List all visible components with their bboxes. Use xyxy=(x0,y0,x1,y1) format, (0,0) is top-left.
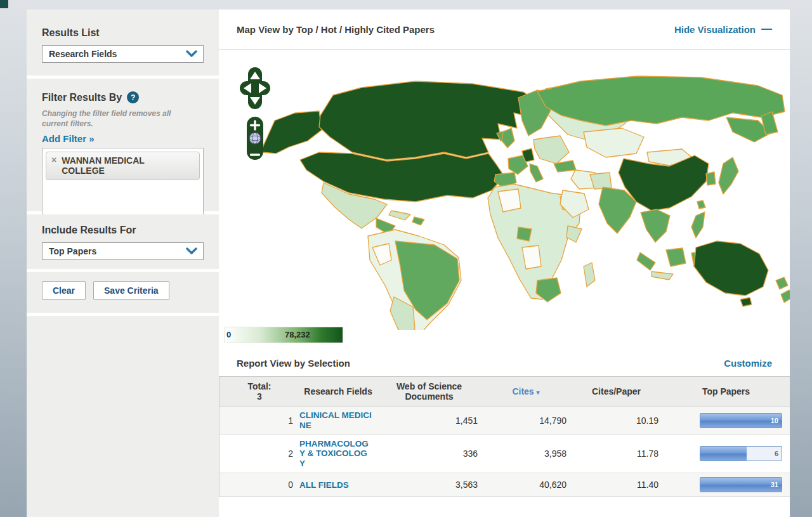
legend-min-value: 0 xyxy=(226,330,231,339)
column-header-cites-per-paper[interactable]: Cites/Paper xyxy=(570,386,662,396)
clear-button[interactable]: Clear xyxy=(42,281,86,300)
customize-link[interactable]: Customize xyxy=(724,358,772,369)
cites-per-paper-cell: 11.78 xyxy=(570,448,662,459)
choropleth-map-svg xyxy=(225,57,790,330)
rank-cell: 0 xyxy=(219,480,299,490)
total-value: 3 xyxy=(219,391,299,402)
top-papers-bar-cell: 6 xyxy=(662,446,790,461)
map-color-legend: 0 78,232 xyxy=(224,327,343,343)
column-header-cites-sorted[interactable]: Cites ▾ xyxy=(481,386,570,396)
total-label: Total: xyxy=(219,381,299,391)
field-link[interactable]: PHARMACOLOGY & TOXICOLOGY xyxy=(299,439,372,469)
filter-tag[interactable]: × WANNAN MEDICAL COLLEGE xyxy=(46,152,200,180)
cites-cell: 3,958 xyxy=(481,448,570,459)
map-navigation-controls[interactable] xyxy=(238,67,273,162)
save-criteria-button[interactable]: Save Criteria xyxy=(93,281,169,300)
top-papers-bar: 10 xyxy=(700,413,782,428)
docs-cell: 3,563 xyxy=(377,480,481,490)
bar-fill xyxy=(700,447,747,461)
top-papers-bar: 6 xyxy=(700,446,782,461)
help-icon[interactable]: ? xyxy=(127,91,139,103)
bar-value-label: 6 xyxy=(775,450,778,457)
results-list-section: Results List Research Fields xyxy=(27,10,219,75)
filter-tag-label: WANNAN MEDICAL COLLEGE xyxy=(62,155,173,176)
main-panel: Map View by Top / Hot / Highly Cited Pap… xyxy=(219,10,790,517)
field-link[interactable]: ALL FIELDS xyxy=(299,480,349,490)
chevron-down-icon xyxy=(186,49,197,58)
bar-fill xyxy=(700,414,782,428)
hide-visualization-link[interactable]: Hide Visualization — xyxy=(674,23,772,36)
hide-visualization-label: Hide Visualization xyxy=(674,24,756,35)
table-row: 1 CLINICAL MEDICINE 1,451 14,790 10.19 1… xyxy=(219,407,790,435)
include-results-dropdown-value: Top Papers xyxy=(49,246,186,256)
table-header-row: Total: 3 Research Fields Web of Science … xyxy=(219,377,790,407)
top-papers-bar-cell: 31 xyxy=(662,477,790,492)
field-link[interactable]: CLINICAL MEDICINE xyxy=(299,410,372,430)
results-list-dropdown[interactable]: Research Fields xyxy=(42,45,204,63)
bar-fill xyxy=(700,478,782,492)
sidebar-filler xyxy=(27,316,219,517)
results-list-title: Results List xyxy=(42,27,204,39)
report-view-header: Report View by Selection Customize xyxy=(219,350,790,377)
results-list-dropdown-value: Research Fields xyxy=(49,49,186,59)
docs-cell: 336 xyxy=(377,448,481,459)
cites-cell: 40,620 xyxy=(481,480,570,490)
docs-cell: 1,451 xyxy=(377,416,481,426)
map-view-header: Map View by Top / Hot / Highly Cited Pap… xyxy=(219,10,790,49)
cites-label: Cites xyxy=(512,386,534,396)
actions-section: Clear Save Criteria xyxy=(27,272,219,313)
chevron-down-icon xyxy=(186,247,197,256)
report-view-title: Report View by Selection xyxy=(237,358,350,369)
report-table: Total: 3 Research Fields Web of Science … xyxy=(219,377,790,497)
column-header-top-papers[interactable]: Top Papers xyxy=(662,386,790,396)
include-results-dropdown[interactable]: Top Papers xyxy=(42,242,204,260)
include-results-title: Include Results For xyxy=(42,225,204,236)
map-view-title: Map View by Top / Hot / Highly Cited Pap… xyxy=(237,24,435,35)
table-row: 0 ALL FIELDS 3,563 40,620 11.40 31 xyxy=(219,473,790,497)
pan-control xyxy=(240,67,270,109)
world-map[interactable]: 0 78,232 xyxy=(219,49,790,350)
filter-title: Filter Results By xyxy=(42,92,122,103)
cites-per-paper-cell: 11.40 xyxy=(570,480,662,490)
filter-section: Filter Results By ? Changing the filter … xyxy=(27,79,219,211)
include-results-section: Include Results For Top Papers xyxy=(27,214,219,269)
legend-max-value: 78,232 xyxy=(285,330,310,339)
sidebar: Results List Research Fields Filter Resu… xyxy=(27,10,219,517)
active-filters-box: × WANNAN MEDICAL COLLEGE xyxy=(42,148,204,219)
cites-per-paper-cell: 10.19 xyxy=(570,416,662,426)
cites-cell: 14,790 xyxy=(481,416,570,426)
content-card: Results List Research Fields Filter Resu… xyxy=(27,10,790,517)
table-row: 2 PHARMACOLOGY & TOXICOLOGY 336 3,958 11… xyxy=(219,435,790,473)
remove-filter-icon[interactable]: × xyxy=(51,155,56,165)
total-header: Total: 3 xyxy=(219,381,299,402)
rank-cell: 1 xyxy=(219,416,299,426)
column-header-research-fields[interactable]: Research Fields xyxy=(299,386,377,396)
top-papers-bar: 31 xyxy=(700,477,782,492)
collapse-dash-icon: — xyxy=(761,23,772,36)
filter-note: Changing the filter field removes all cu… xyxy=(42,109,188,129)
window-corner-accent xyxy=(0,0,8,8)
rank-cell: 2 xyxy=(219,448,299,459)
top-papers-bar-cell: 10 xyxy=(662,413,790,428)
sort-descending-icon: ▾ xyxy=(537,389,540,396)
zoom-control xyxy=(247,117,263,160)
bar-value-label: 31 xyxy=(771,481,778,488)
column-header-wos-documents[interactable]: Web of Science Documents xyxy=(377,381,481,402)
bar-value-label: 10 xyxy=(771,417,778,424)
add-filter-link[interactable]: Add Filter » xyxy=(42,133,95,144)
